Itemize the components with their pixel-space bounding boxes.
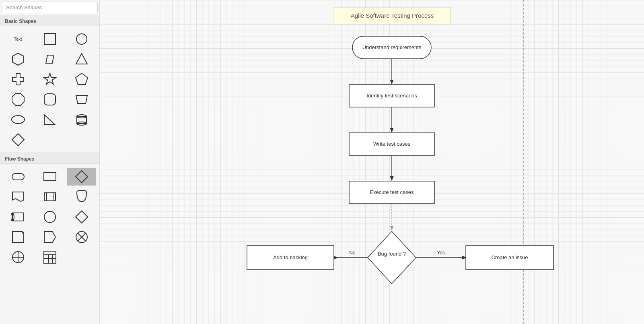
- node-identify[interactable]: Identify test scenarios: [366, 93, 417, 99]
- flow-shape-table[interactable]: [35, 248, 64, 266]
- svg-marker-12: [44, 115, 55, 124]
- svg-rect-18: [44, 173, 56, 181]
- label-no: No: [349, 250, 356, 256]
- flow-shape-and[interactable]: [3, 248, 33, 266]
- svg-marker-19: [76, 171, 88, 183]
- shape-text[interactable]: Text: [3, 30, 33, 48]
- svg-marker-8: [12, 93, 24, 105]
- search-input[interactable]: [2, 2, 98, 13]
- svg-marker-16: [12, 134, 24, 146]
- node-understand[interactable]: Understand requirements: [362, 44, 422, 50]
- flow-shapes-grid: [0, 164, 99, 270]
- shape-right-triangle[interactable]: [35, 111, 64, 128]
- node-write[interactable]: Write test cases: [373, 141, 411, 147]
- shape-cylinder[interactable]: [67, 111, 96, 128]
- flow-shape-note[interactable]: [3, 228, 33, 246]
- flow-shape-document[interactable]: [3, 188, 33, 206]
- basic-shapes-grid: Text: [0, 26, 99, 153]
- shape-hexagon[interactable]: [3, 50, 33, 68]
- shape-octagon[interactable]: [3, 91, 33, 108]
- svg-marker-5: [12, 74, 24, 85]
- flowchart-svg: Agile Software Testing Process Understan…: [100, 0, 644, 324]
- node-execute[interactable]: Execute test cases: [370, 189, 414, 195]
- node-bug-found[interactable]: [368, 231, 416, 284]
- canvas-area[interactable]: Agile Software Testing Process Understan…: [100, 0, 644, 324]
- flow-shape-delay[interactable]: [35, 228, 64, 246]
- flow-shape-terminal[interactable]: [3, 168, 33, 186]
- flow-shape-diamond2[interactable]: [67, 208, 96, 226]
- diagram-title: Agile Software Testing Process: [351, 12, 434, 19]
- shape-diamond[interactable]: [3, 131, 33, 149]
- sidebar: Basic Shapes Text: [0, 0, 100, 324]
- flow-shape-data[interactable]: [3, 208, 33, 226]
- basic-shapes-label: Basic Shapes: [0, 15, 99, 26]
- svg-marker-7: [76, 73, 88, 85]
- shape-trapezoid[interactable]: [67, 91, 96, 108]
- svg-point-26: [44, 211, 56, 223]
- flow-shape-process[interactable]: [35, 168, 64, 186]
- svg-rect-0: [44, 33, 56, 45]
- svg-rect-36: [44, 251, 56, 263]
- svg-rect-9: [44, 94, 56, 105]
- label-yes: Yes: [437, 250, 445, 256]
- svg-point-11: [12, 116, 25, 124]
- svg-marker-27: [76, 211, 88, 223]
- flow-shape-predefined[interactable]: [35, 188, 64, 206]
- shape-star[interactable]: [35, 70, 64, 88]
- shape-ellipse[interactable]: [3, 111, 33, 128]
- flow-shape-circle2[interactable]: [35, 208, 64, 226]
- shape-pentagon[interactable]: [67, 70, 96, 88]
- svg-marker-3: [46, 55, 54, 63]
- svg-marker-6: [44, 73, 56, 85]
- svg-text:Bug found ?: Bug found ?: [378, 251, 406, 257]
- svg-marker-2: [12, 53, 24, 65]
- svg-marker-4: [76, 54, 87, 64]
- shape-square[interactable]: [35, 30, 64, 48]
- shape-triangle[interactable]: [67, 50, 96, 68]
- flow-shape-xor[interactable]: [67, 228, 96, 246]
- flow-shape-stored-data[interactable]: [67, 188, 96, 206]
- shape-circle[interactable]: [67, 30, 96, 48]
- shape-rounded-hex[interactable]: [35, 91, 64, 108]
- flow-shape-decision[interactable]: [67, 168, 96, 186]
- shape-cross[interactable]: [3, 70, 33, 88]
- shape-parallelogram[interactable]: [35, 50, 64, 68]
- svg-rect-17: [12, 173, 24, 180]
- svg-marker-28: [44, 231, 56, 243]
- svg-point-1: [76, 34, 87, 44]
- svg-marker-10: [76, 95, 87, 103]
- node-create-issue[interactable]: Create an issue: [491, 254, 528, 260]
- flow-shapes-label: Flow Shapes: [0, 153, 99, 164]
- svg-rect-20: [44, 193, 56, 201]
- node-add-backlog[interactable]: Add to backlog: [273, 254, 308, 260]
